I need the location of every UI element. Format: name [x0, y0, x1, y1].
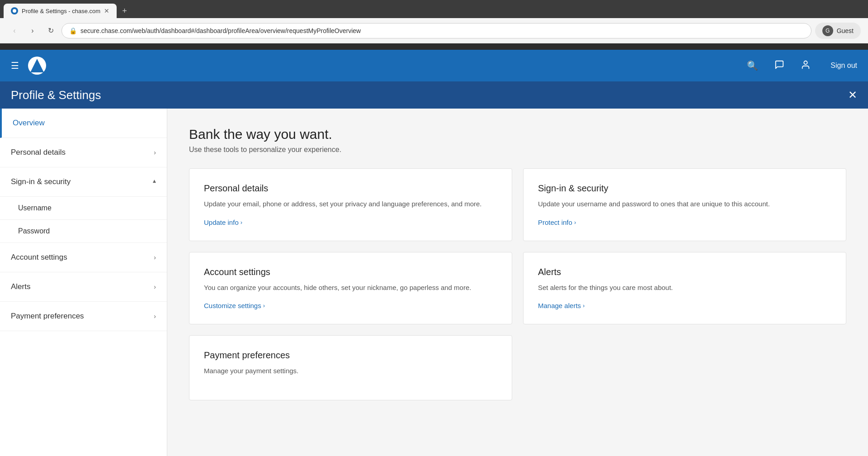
- new-tab-button[interactable]: +: [117, 4, 132, 18]
- sidebar-overview-label: Overview: [13, 119, 156, 128]
- page-title: Profile & Settings: [11, 88, 848, 102]
- manage-alerts-chevron: ›: [583, 302, 585, 309]
- update-info-link[interactable]: Update info ›: [204, 218, 497, 226]
- notification-button[interactable]: [774, 60, 784, 72]
- sidebar-sub-item-username[interactable]: Username: [0, 197, 167, 220]
- manage-alerts-label: Manage alerts: [538, 302, 581, 309]
- hamburger-button[interactable]: ☰: [11, 60, 19, 71]
- close-button[interactable]: ✕: [848, 89, 857, 101]
- card-signin-desc: Update your username and password to one…: [538, 199, 831, 209]
- sidebar-item-account-settings[interactable]: Account settings ›: [0, 243, 167, 272]
- card-payment-title: Payment preferences: [204, 350, 497, 361]
- account-button[interactable]: [801, 60, 811, 72]
- card-alerts-desc: Set alerts for the things you care most …: [538, 283, 831, 293]
- content-heading: Bank the way you want.: [189, 127, 846, 142]
- sidebar-item-alerts[interactable]: Alerts ›: [0, 272, 167, 302]
- main-content: Overview Personal details › Sign-in & se…: [0, 109, 868, 456]
- customize-settings-label: Customize settings: [204, 302, 261, 309]
- browser-nav: ‹ › ↻ 🔒 secure.chase.com/web/auth/dashbo…: [0, 18, 868, 43]
- sidebar-password-label: Password: [18, 227, 50, 235]
- chase-header: ☰ 🔍 Sign out: [0, 50, 868, 81]
- card-payment-preferences: Payment preferences Manage your payment …: [189, 335, 512, 400]
- sidebar-personal-details-label: Personal details: [11, 148, 154, 157]
- tab-favicon: [11, 7, 18, 14]
- tab-title: Profile & Settings - chase.com: [22, 8, 100, 14]
- sidebar-username-label: Username: [18, 204, 52, 212]
- content-area: Bank the way you want. Use these tools t…: [167, 109, 868, 456]
- card-account-settings-title: Account settings: [204, 267, 497, 277]
- tab-close-icon[interactable]: ✕: [104, 7, 109, 14]
- protect-info-label: Protect info: [538, 218, 572, 226]
- card-personal-details: Personal details Update your email, phon…: [189, 168, 512, 241]
- chase-logo[interactable]: [28, 57, 46, 75]
- protect-info-link[interactable]: Protect info ›: [538, 218, 831, 226]
- reload-button[interactable]: ↻: [43, 24, 58, 38]
- card-alerts-title: Alerts: [538, 267, 831, 277]
- chevron-down-icon: ▾: [153, 178, 156, 185]
- sidebar-account-settings-label: Account settings: [11, 253, 154, 262]
- customize-settings-chevron: ›: [263, 302, 265, 309]
- sidebar: Overview Personal details › Sign-in & se…: [0, 109, 167, 456]
- chevron-right-icon-2: ›: [154, 254, 156, 261]
- card-alerts: Alerts Set alerts for the things you car…: [523, 252, 846, 325]
- search-button[interactable]: 🔍: [747, 60, 758, 71]
- content-subheading: Use these tools to personalize your expe…: [189, 146, 846, 154]
- card-personal-details-title: Personal details: [204, 183, 497, 194]
- card-personal-details-desc: Update your email, phone or address, set…: [204, 199, 497, 209]
- chase-logo-icon: [30, 59, 44, 72]
- url-bar[interactable]: 🔒 secure.chase.com/web/auth/dashboard#/d…: [61, 23, 811, 38]
- chevron-right-icon-4: ›: [154, 313, 156, 320]
- url-text: secure.chase.com/web/auth/dashboard#/das…: [80, 27, 804, 34]
- sidebar-item-overview[interactable]: Overview: [0, 109, 167, 138]
- sign-out-button[interactable]: Sign out: [830, 62, 857, 70]
- back-button[interactable]: ‹: [7, 24, 22, 38]
- sidebar-sub-signin: Username Password: [0, 197, 167, 243]
- card-signin-security: Sign-in & security Update your username …: [523, 168, 846, 241]
- sidebar-item-payment-preferences[interactable]: Payment preferences ›: [0, 302, 167, 331]
- svg-point-0: [804, 61, 807, 64]
- sidebar-item-personal-details[interactable]: Personal details ›: [0, 138, 167, 167]
- forward-button[interactable]: ›: [25, 24, 40, 38]
- sidebar-payment-label: Payment preferences: [11, 312, 154, 321]
- browser-tabs: Profile & Settings - chase.com ✕ +: [0, 0, 868, 18]
- ps-title-bar: Profile & Settings ✕: [0, 81, 868, 109]
- customize-settings-link[interactable]: Customize settings ›: [204, 302, 497, 309]
- sidebar-item-signin-security[interactable]: Sign-in & security ▾: [0, 167, 167, 197]
- lock-icon: 🔒: [69, 27, 77, 34]
- card-payment-desc: Manage your payment settings.: [204, 366, 497, 376]
- manage-alerts-link[interactable]: Manage alerts ›: [538, 302, 831, 309]
- chevron-right-icon-3: ›: [154, 283, 156, 290]
- browser-chrome: Profile & Settings - chase.com ✕ + ‹ › ↻…: [0, 0, 868, 50]
- profile-button[interactable]: G Guest: [815, 23, 861, 39]
- sidebar-alerts-label: Alerts: [11, 282, 154, 291]
- cards-grid: Personal details Update your email, phon…: [189, 168, 846, 400]
- protect-info-chevron: ›: [574, 219, 576, 226]
- update-info-label: Update info: [204, 218, 239, 226]
- sidebar-sub-item-password[interactable]: Password: [0, 220, 167, 243]
- card-account-settings-desc: You can organize your accounts, hide oth…: [204, 283, 497, 293]
- sidebar-signin-label: Sign-in & security: [11, 177, 153, 186]
- update-info-chevron: ›: [241, 219, 242, 226]
- active-tab[interactable]: Profile & Settings - chase.com ✕: [4, 4, 117, 18]
- profile-icon: G: [822, 25, 833, 36]
- card-account-settings: Account settings You can organize your a…: [189, 252, 512, 325]
- profile-label: Guest: [837, 27, 854, 34]
- page: ☰ 🔍 Sign out Profile & Settings ✕ Overvi…: [0, 50, 868, 456]
- chevron-right-icon: ›: [154, 149, 156, 156]
- card-signin-title: Sign-in & security: [538, 183, 831, 194]
